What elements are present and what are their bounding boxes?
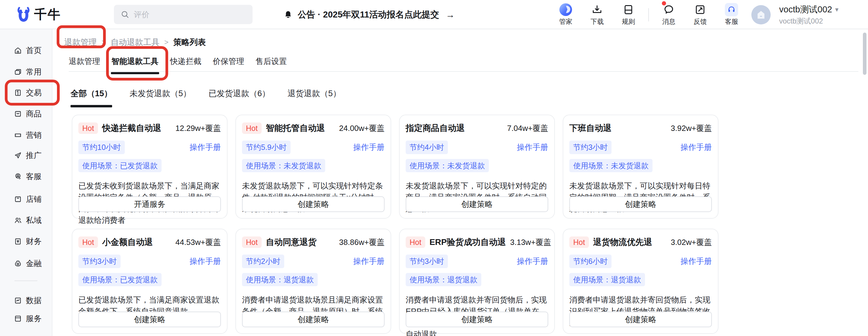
feedback-icon xyxy=(694,3,706,16)
create-strategy-button[interactable]: 创建策略 xyxy=(79,312,221,327)
sidebar-item-shop[interactable]: 店铺 xyxy=(14,191,41,207)
action-messages[interactable]: 消息 xyxy=(657,3,680,26)
strategy-card: Hot 小金额自动退 44.53w+覆盖 节约3小时 操作手册 使用场景：已发货… xyxy=(72,229,227,334)
sidebar-item-financial-services[interactable]: 金融 xyxy=(14,255,41,272)
chevron-right-icon: > xyxy=(101,38,106,47)
card-title: 快递拦截自动退 xyxy=(102,122,161,134)
tab-price-protection[interactable]: 价保管理 xyxy=(213,56,244,72)
sidebar-item-products[interactable]: 商品 xyxy=(14,105,41,122)
hot-badge: Hot xyxy=(242,236,261,248)
manual-link[interactable]: 操作手册 xyxy=(681,142,712,152)
section-tabs: 退款管理 智能退款工具 快递拦截 价保管理 售后设置 xyxy=(69,56,287,72)
manual-link[interactable]: 操作手册 xyxy=(517,142,548,152)
scenario-tag: 使用场景：未发货退款 xyxy=(406,159,489,172)
hot-badge: Hot xyxy=(569,236,589,248)
chart-icon xyxy=(14,297,22,305)
scenario-tag: 使用场景：已发货退款 xyxy=(79,159,161,172)
sidebar-item-promotion[interactable]: 推广 xyxy=(14,147,41,164)
coverage-stat: 38.86w+覆盖 xyxy=(339,237,384,248)
strategy-card: Hot 自动同意退货 38.86w+覆盖 节约2小时 操作手册 使用场景：退货退… xyxy=(236,229,391,334)
breadcrumb: 退款管理 > 自动退款工具 > 策略列表 xyxy=(64,37,206,48)
sidebar-divider xyxy=(14,280,37,281)
qianniu-workbench: 千牛 公告 · 2025年双11活动报名点此提交 → 管家 xyxy=(0,0,868,336)
sidebar-item-finance[interactable]: 财务 xyxy=(14,233,41,250)
create-strategy-button[interactable]: 创建策略 xyxy=(406,312,548,327)
app-window-icon xyxy=(14,315,22,323)
announcement-banner[interactable]: 公告 · 2025年双11活动报名点此提交 → xyxy=(283,0,455,29)
strategy-card-grid: Hot 快递拦截自动退 12.29w+覆盖 节约10小时 操作手册 使用场景：已… xyxy=(72,115,719,334)
action-rules[interactable]: 规则 xyxy=(617,3,640,26)
headset-icon xyxy=(725,3,738,16)
arrow-right-icon: → xyxy=(446,10,455,20)
sidebar-item-services[interactable]: 服务 xyxy=(14,310,41,327)
topbar-actions: 管家 下载 规则 消息 xyxy=(554,0,838,29)
create-strategy-button[interactable]: 创建策略 xyxy=(569,196,712,212)
vertical-scrollbar[interactable] xyxy=(863,33,867,75)
tab-aftersales-settings[interactable]: 售后设置 xyxy=(255,56,287,72)
user-menu[interactable]: voctb测试002 ▾ voctb测试002 xyxy=(779,4,838,26)
global-search[interactable] xyxy=(114,5,253,24)
create-strategy-button[interactable]: 创建策略 xyxy=(406,196,548,212)
filter-shipped-refund[interactable]: 已发货退款（6） xyxy=(209,88,270,105)
money-bag-icon xyxy=(14,259,22,268)
people-icon xyxy=(14,216,22,224)
filter-all[interactable]: 全部（15） xyxy=(70,88,112,105)
card-title: 智能托管自动退 xyxy=(266,122,325,134)
finance-doc-icon xyxy=(14,237,22,246)
user-subtitle: voctb测试002 xyxy=(779,16,838,26)
sidebar-item-home[interactable]: 首页 xyxy=(14,42,41,59)
sidebar-item-service-chat[interactable]: 客服 xyxy=(14,168,41,185)
user-name: voctb测试002 xyxy=(779,4,832,16)
manual-link[interactable]: 操作手册 xyxy=(681,256,712,267)
sidebar-item-private-domain[interactable]: 私域 xyxy=(14,212,41,229)
download-icon xyxy=(591,3,603,16)
book-icon xyxy=(623,3,634,16)
card-title: 下班自动退 xyxy=(569,122,612,134)
tab-smart-refund-tools[interactable]: 智能退款工具 xyxy=(112,56,158,72)
manual-link[interactable]: 操作手册 xyxy=(353,142,384,152)
create-strategy-button[interactable]: 创建策略 xyxy=(242,196,384,212)
breadcrumb-auto-refund-tools[interactable]: 自动退款工具 xyxy=(111,37,159,48)
time-saving-tag: 节约5.9小时 xyxy=(242,141,290,154)
bell-icon xyxy=(283,10,293,20)
card-title: 自动同意退货 xyxy=(266,236,316,248)
filter-return-refund[interactable]: 退货退款（5） xyxy=(287,88,341,105)
card-title: 小金额自动退 xyxy=(102,236,153,248)
manual-link[interactable]: 操作手册 xyxy=(353,256,384,267)
tab-parcel-interception[interactable]: 快递拦截 xyxy=(170,56,201,72)
tab-refund-management[interactable]: 退款管理 xyxy=(69,56,100,72)
search-input[interactable] xyxy=(134,10,246,19)
shop-icon xyxy=(14,195,22,203)
scenario-tag: 使用场景：退货退款 xyxy=(406,273,481,286)
create-strategy-button[interactable]: 创建策略 xyxy=(569,312,712,327)
filter-unshipped-refund[interactable]: 未发货退款（5） xyxy=(130,88,191,105)
send-icon xyxy=(14,151,22,160)
action-support[interactable]: 客服 xyxy=(720,3,743,26)
chevron-right-icon: > xyxy=(164,38,168,47)
folder-icon xyxy=(14,68,22,76)
create-strategy-button[interactable]: 创建策略 xyxy=(242,312,384,327)
card-title: 指定商品自动退 xyxy=(406,122,465,134)
action-assistant[interactable]: 管家 xyxy=(554,3,577,26)
shop-avatar[interactable] xyxy=(751,5,771,24)
action-download[interactable]: 下载 xyxy=(586,3,609,26)
sidebar-item-marketing[interactable]: 营销 xyxy=(14,127,41,144)
agent-icon xyxy=(14,172,22,181)
strategy-card: Hot 快递拦截自动退 12.29w+覆盖 节约10小时 操作手册 使用场景：已… xyxy=(72,115,227,219)
sidebar-item-data[interactable]: 数据 xyxy=(14,292,41,309)
coverage-stat: 3.13w+覆盖 xyxy=(510,237,551,248)
manual-link[interactable]: 操作手册 xyxy=(517,256,548,267)
scenario-tag: 使用场景：已发货退款 xyxy=(79,273,161,286)
open-service-button[interactable]: 开通服务 xyxy=(79,196,221,212)
manual-link[interactable]: 操作手册 xyxy=(190,256,221,267)
scenario-tag: 使用场景：未发货退款 xyxy=(242,159,325,172)
action-feedback[interactable]: 反馈 xyxy=(689,3,712,26)
coverage-stat: 12.29w+覆盖 xyxy=(176,123,221,134)
breadcrumb-refund-management[interactable]: 退款管理 xyxy=(64,37,97,48)
manual-link[interactable]: 操作手册 xyxy=(190,142,221,152)
sidebar-item-frequent[interactable]: 常用 xyxy=(14,63,41,80)
scenario-tag: 使用场景：退货退款 xyxy=(569,273,645,286)
sidebar-item-trade[interactable]: 交易 xyxy=(14,84,41,101)
time-saving-tag: 节约3小时 xyxy=(406,255,448,268)
qianniu-logo[interactable]: 千牛 xyxy=(17,6,61,23)
